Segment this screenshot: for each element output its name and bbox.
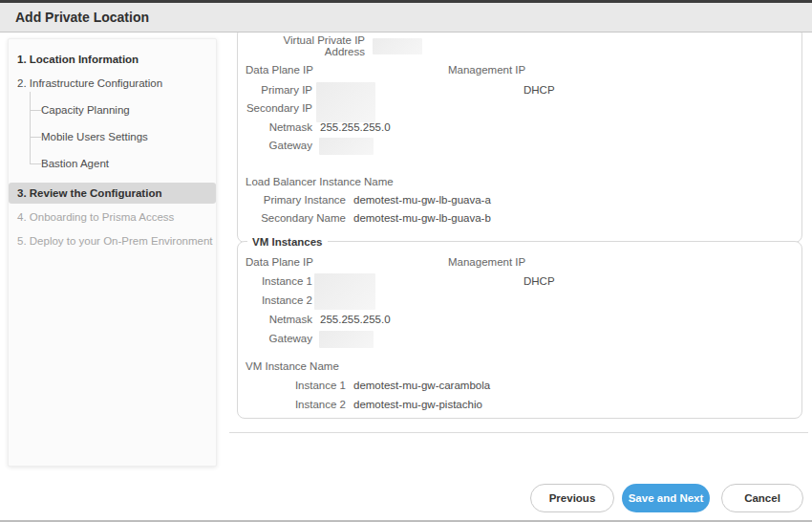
gateway-row: Gateway bbox=[246, 330, 312, 347]
secondary-name-label: Secondary Name bbox=[246, 212, 346, 224]
primary-instance-row: Primary Instance demotest-mu-gw-lb-guava… bbox=[246, 191, 491, 208]
gateway-label: Gateway bbox=[246, 333, 312, 344]
netmask-label: Netmask bbox=[246, 121, 312, 133]
vm-instances-legend: VM Instances bbox=[247, 235, 328, 249]
save-and-next-button[interactable]: Save and Next bbox=[622, 484, 710, 512]
substep-bastion-agent[interactable]: Bastion Agent bbox=[41, 157, 109, 170]
data-plane-ip-heading: Data Plane IP bbox=[246, 61, 313, 78]
virtual-private-ip-row: Virtual Private IP Address bbox=[246, 37, 422, 54]
netmask-row: Netmask 255.255.255.0 bbox=[246, 119, 391, 136]
redacted-value-box bbox=[314, 273, 375, 310]
instance1-name-row: Instance 1 demotest-mu-gw-carambola bbox=[246, 377, 490, 394]
primary-ip-label: Primary IP bbox=[246, 84, 312, 96]
dialog-titlebar: Add Private Location bbox=[0, 3, 812, 33]
primary-instance-value: demotest-mu-gw-lb-guava-a bbox=[353, 194, 491, 206]
dialog-title: Add Private Location bbox=[15, 10, 149, 25]
netmask-value: 255.255.255.0 bbox=[320, 314, 391, 325]
instance2-name-label: Instance 2 bbox=[246, 399, 346, 410]
secondary-ip-label: Secondary IP bbox=[246, 102, 312, 114]
gateway-row: Gateway bbox=[246, 137, 312, 154]
secondary-ip-row: Secondary IP bbox=[246, 99, 312, 117]
previous-button[interactable]: Previous bbox=[530, 484, 614, 512]
management-ip-heading: Management IP bbox=[448, 61, 525, 78]
substep-capacity-planning[interactable]: Capacity Planning bbox=[41, 103, 130, 117]
redacted-value-box bbox=[316, 82, 375, 122]
substep-tree-tick bbox=[30, 137, 41, 138]
secondary-name-value: demotest-mu-gw-lb-guava-b bbox=[353, 212, 491, 224]
substep-mobile-users-settings[interactable]: Mobile Users Settings bbox=[41, 130, 148, 143]
instance1-label: Instance 1 bbox=[246, 275, 312, 287]
virtual-private-ip-label: Virtual Private IP Address bbox=[246, 34, 365, 57]
step-deploy-on-prem-environment[interactable]: 5. Deploy to your On-Prem Environment bbox=[9, 234, 216, 248]
netmask-label: Netmask bbox=[246, 314, 312, 325]
step-infrastructure-configuration[interactable]: 2. Infrastructure Configuration bbox=[9, 76, 216, 90]
instance2-name-value: demotest-mu-gw-pistachio bbox=[353, 399, 482, 410]
content-area-divider bbox=[229, 432, 808, 433]
instance1-name-value: demotest-mu-gw-carambola bbox=[353, 380, 490, 391]
management-ip-value: DHCP bbox=[524, 81, 555, 98]
step-onboarding-to-prisma-access[interactable]: 4. Onboarding to Prisma Access bbox=[9, 210, 216, 224]
substep-tree-tick bbox=[30, 163, 41, 164]
instance2-name-row: Instance 2 demotest-mu-gw-pistachio bbox=[246, 396, 482, 413]
gateway-label: Gateway bbox=[246, 140, 312, 151]
substep-tree-line bbox=[30, 92, 31, 163]
instance2-ip-row: Instance 2 bbox=[246, 292, 312, 309]
review-scroll-area[interactable]: Virtual Private IP Address Data Plane IP… bbox=[229, 33, 812, 433]
management-ip-value: DHCP bbox=[524, 272, 555, 290]
vm-instance-name-heading: VM Instance Name bbox=[246, 358, 339, 375]
instance1-ip-row: Instance 1 bbox=[246, 272, 312, 290]
primary-instance-label: Primary Instance bbox=[246, 194, 346, 206]
instance2-label: Instance 2 bbox=[246, 294, 312, 306]
wizard-steps-sidebar: 1. Location Information 2. Infrastructur… bbox=[8, 38, 217, 467]
load-balancer-instance-name-heading: Load Balancer Instance Name bbox=[246, 173, 394, 190]
load-balancer-review-panel: Virtual Private IP Address Data Plane IP… bbox=[237, 33, 802, 243]
management-ip-heading: Management IP bbox=[448, 253, 525, 271]
secondary-name-row: Secondary Name demotest-mu-gw-lb-guava-b bbox=[246, 209, 491, 227]
primary-ip-row: Primary IP bbox=[246, 81, 312, 98]
cancel-button[interactable]: Cancel bbox=[721, 484, 803, 512]
netmask-value: 255.255.255.0 bbox=[320, 121, 391, 133]
data-plane-ip-heading: Data Plane IP bbox=[246, 253, 313, 271]
instance1-name-label: Instance 1 bbox=[246, 380, 346, 391]
vm-instances-panel: VM Instances Data Plane IP Management IP… bbox=[237, 241, 802, 419]
redacted-value-box bbox=[319, 331, 374, 348]
substep-tree-tick bbox=[30, 110, 41, 111]
redacted-value-box bbox=[373, 38, 422, 54]
redacted-value-box bbox=[319, 138, 374, 155]
step-location-information[interactable]: 1. Location Information bbox=[9, 53, 216, 66]
step-review-the-configuration[interactable]: 3. Review the Configuration bbox=[9, 183, 216, 204]
netmask-row: Netmask 255.255.255.0 bbox=[246, 311, 391, 328]
